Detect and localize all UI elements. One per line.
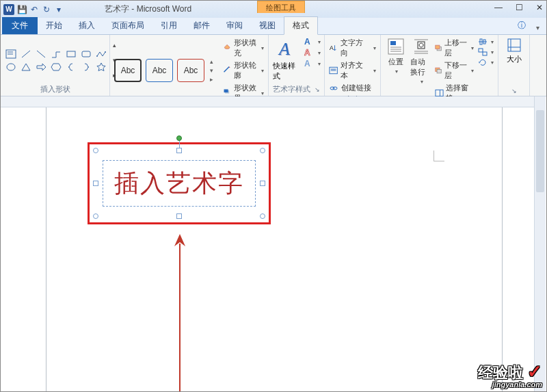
resize-handle-bl[interactable] xyxy=(93,213,98,219)
group-label-shapes: 插入形状 xyxy=(5,83,105,94)
shape-fill-button[interactable]: 形状填充▾ xyxy=(223,38,264,58)
tab-home[interactable]: 开始 xyxy=(38,17,70,34)
resize-handle-tr[interactable] xyxy=(260,148,265,153)
tab-review[interactable]: 审阅 xyxy=(218,17,251,34)
collapse-ribbon-icon[interactable]: ▾ xyxy=(536,24,539,31)
svg-rect-11 xyxy=(224,90,228,93)
group-size: 大小 ↘ xyxy=(498,35,530,96)
group-shape-styles: Abc Abc Abc ▴▾▸ 形状填充▾ 形状轮廓▾ 形状效果▾ 形状样式↘ xyxy=(110,35,269,96)
shape-rect-icon[interactable] xyxy=(65,49,77,60)
text-fill-button[interactable]: A▾ xyxy=(303,38,321,46)
maximize-button[interactable]: ☐ xyxy=(513,2,524,13)
vertical-scrollbar[interactable] xyxy=(534,96,546,391)
save-icon[interactable]: 💾 xyxy=(17,5,27,14)
page[interactable]: 插入艺术字 输 入艺术字文本框 xyxy=(46,107,503,391)
annotation-arrow-icon xyxy=(170,230,190,391)
shape-textbox-icon[interactable] xyxy=(5,49,17,60)
shape-outline-button[interactable]: 形状轮廓▾ xyxy=(223,60,264,81)
minimize-button[interactable]: ― xyxy=(493,2,504,13)
wrap-text-button[interactable]: 自动换行▾ xyxy=(410,38,433,85)
check-icon: ✓ xyxy=(527,361,542,382)
file-tab[interactable]: 文件 xyxy=(2,17,38,34)
qat-dropdown-icon[interactable]: ▾ xyxy=(54,5,64,14)
shape-style-preset-2[interactable]: Abc xyxy=(146,59,173,82)
size-icon[interactable] xyxy=(507,38,522,53)
page-background: 插入艺术字 输 入艺术字文本框 xyxy=(12,107,524,391)
close-button[interactable]: ✕ xyxy=(534,2,545,13)
tab-view[interactable]: 视图 xyxy=(251,17,284,34)
shapes-gallery[interactable] xyxy=(5,38,107,83)
align-text-button[interactable]: 对齐文本▾ xyxy=(329,60,376,81)
resize-handle-bm[interactable] xyxy=(176,213,182,219)
group-button[interactable]: ▾ xyxy=(478,48,494,56)
text-effects-button[interactable]: A▾ xyxy=(303,60,321,68)
wordart-text[interactable]: 插入艺术字 xyxy=(114,167,244,200)
svg-text:A: A xyxy=(304,38,310,46)
margin-corner-icon xyxy=(433,151,444,161)
shape-line-icon[interactable] xyxy=(20,49,32,60)
tab-insert[interactable]: 插入 xyxy=(70,17,103,34)
resize-handle-br[interactable] xyxy=(260,213,265,219)
send-backward-button[interactable]: 下移一层▾ xyxy=(435,60,474,81)
svg-point-9 xyxy=(7,64,15,70)
title-bar: W 💾 ↶ ↻ ▾ 艺术字 - Microsoft Word 绘图工具 ― ☐ … xyxy=(1,1,546,18)
group-wordart-styles: A 快速样式 A▾ A▾ A▾ 艺术字样式↘ xyxy=(269,35,325,96)
shape-rbrace-icon[interactable] xyxy=(80,62,92,73)
resize-handle-mr[interactable] xyxy=(260,181,265,186)
resize-handle-tl[interactable] xyxy=(93,148,98,153)
tab-pagelayout[interactable]: 页面布局 xyxy=(103,17,152,34)
undo-icon[interactable]: ↶ xyxy=(29,5,39,14)
shape-hexagon-icon[interactable] xyxy=(50,62,62,73)
shape-style-preset-1[interactable]: Abc xyxy=(114,59,142,82)
svg-rect-33 xyxy=(437,69,441,73)
wordart-quick-styles[interactable]: A xyxy=(273,38,296,61)
resize-handle-ml[interactable] xyxy=(93,181,98,186)
help-icon[interactable]: ⓘ xyxy=(518,20,526,31)
text-direction-button[interactable]: A文字方向▾ xyxy=(329,38,376,58)
create-link-button[interactable]: 创建链接 xyxy=(329,83,376,93)
redo-icon[interactable]: ↻ xyxy=(42,5,51,14)
contextual-tab-label: 绘图工具 xyxy=(257,1,305,13)
bring-forward-button[interactable]: 上移一层▾ xyxy=(435,38,474,58)
position-button[interactable]: 位置▾ xyxy=(385,38,408,75)
shape-lbrace-icon[interactable] xyxy=(65,62,77,73)
window-controls: ― ☐ ✕ xyxy=(493,2,545,13)
svg-rect-40 xyxy=(483,52,487,55)
app-name: Microsoft Word xyxy=(137,4,191,14)
svg-text:A: A xyxy=(330,44,334,51)
svg-line-4 xyxy=(37,51,45,57)
resize-handle-tm[interactable] xyxy=(176,148,182,153)
svg-text:A: A xyxy=(304,60,310,68)
group-arrange: 位置▾ 自动换行▾ 上移一层▾ 下移一层▾ 选择窗格 ▾ ▾ ▾ 排列 xyxy=(381,35,498,96)
svg-text:A: A xyxy=(304,49,310,57)
document-area: 插入艺术字 输 入艺术字文本框 xyxy=(1,96,546,391)
text-outline-button[interactable]: A▾ xyxy=(303,49,321,57)
ribbon-tabs: 文件 开始 插入 页面布局 引用 邮件 审阅 视图 格式 ⓘ ▾ xyxy=(1,18,546,35)
svg-rect-6 xyxy=(82,51,90,57)
shape-style-preset-3[interactable]: Abc xyxy=(177,59,204,82)
shape-oval-icon[interactable] xyxy=(5,62,17,73)
shape-line2-icon[interactable] xyxy=(35,49,47,60)
horizontal-ruler[interactable] xyxy=(1,96,534,107)
dialog-launcher-wordart[interactable]: ↘ xyxy=(315,86,320,93)
svg-point-7 xyxy=(96,55,98,57)
tab-format[interactable]: 格式 xyxy=(284,16,318,35)
shape-triangle-icon[interactable] xyxy=(20,62,32,73)
shape-arrow-icon[interactable] xyxy=(35,62,47,73)
svg-rect-31 xyxy=(436,45,440,49)
wordart-text-frame[interactable]: 插入艺术字 xyxy=(103,160,256,207)
tab-references[interactable]: 引用 xyxy=(152,17,185,34)
align-button[interactable]: ▾ xyxy=(478,38,494,46)
rotate-handle[interactable] xyxy=(176,135,182,141)
shape-roundrect-icon[interactable] xyxy=(80,49,92,60)
ribbon: ▴▾▸ 插入形状 Abc Abc Abc ▴▾▸ 形状填充▾ 形状轮廓▾ 形状效… xyxy=(1,35,546,96)
shape-star-icon[interactable] xyxy=(95,62,107,73)
svg-line-3 xyxy=(22,51,30,57)
wordart-object[interactable]: 插入艺术字 xyxy=(96,151,263,216)
dialog-launcher-size[interactable]: ↘ xyxy=(511,88,517,94)
shape-style-scroll[interactable]: ▴▾▸ xyxy=(209,58,213,83)
tab-mailings[interactable]: 邮件 xyxy=(185,17,218,34)
rotate-button[interactable]: ▾ xyxy=(478,58,494,66)
shape-freeform-icon[interactable] xyxy=(95,49,107,60)
shape-connector-icon[interactable] xyxy=(50,49,62,60)
